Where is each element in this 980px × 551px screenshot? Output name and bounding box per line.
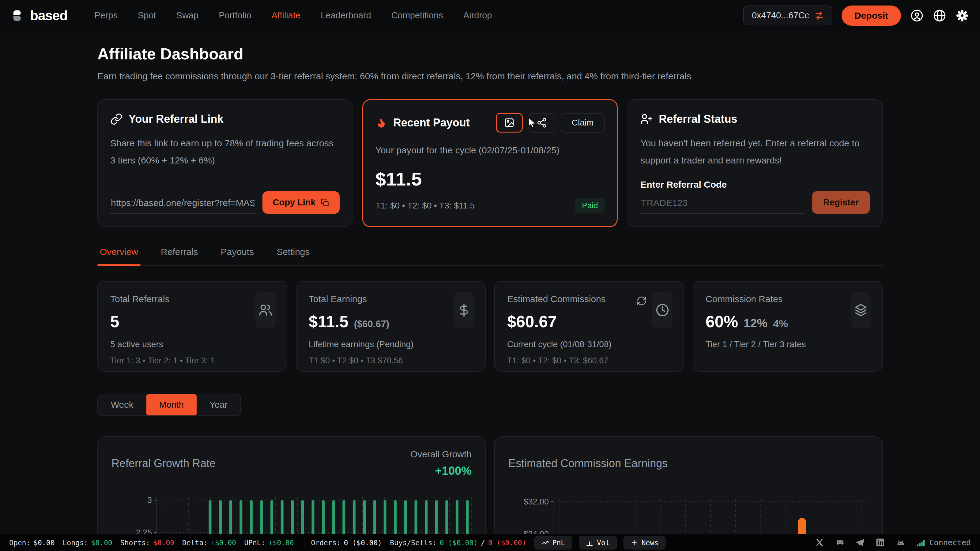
page-subtitle: Earn trading fee commissions through our… — [97, 71, 883, 81]
buys-value: 0 ($0.00) — [439, 539, 478, 547]
commission-chart-title: Estimated Commission Earnings — [508, 457, 869, 470]
recent-payout-title: Recent Payout — [393, 116, 470, 129]
recent-payout-card: Recent Payout — [362, 99, 618, 227]
based-logo-icon — [11, 9, 25, 23]
news-button-label: News — [641, 539, 659, 547]
nav-item-airdrop[interactable]: Airdrop — [463, 10, 492, 21]
total-earnings-label: Total Earnings — [309, 294, 473, 304]
copy-link-button[interactable]: Copy Link — [262, 191, 340, 214]
commission-rates-sub: Tier 1 / Tier 2 / Tier 3 rates — [706, 340, 870, 349]
link-icon — [110, 113, 123, 125]
tier2-rate: 12% — [744, 316, 767, 330]
toggle-year[interactable]: Year — [197, 394, 240, 415]
tab-referrals[interactable]: Referrals — [158, 245, 200, 265]
pnl-button-label: PnL — [552, 539, 565, 547]
referral-status-title: Referral Status — [659, 113, 737, 125]
tab-overview[interactable]: Overview — [97, 245, 140, 265]
switch-wallet-icon[interactable] — [815, 11, 824, 20]
telegram-icon[interactable] — [855, 538, 865, 548]
copy-icon — [321, 198, 329, 207]
payout-share-button[interactable] — [528, 113, 555, 133]
estimated-commissions-card: Estimated Commissions $60.67 Current cyc… — [494, 281, 684, 372]
open-label: Open: — [9, 539, 30, 547]
delta-value: +$0.00 — [211, 539, 236, 547]
referral-code-input[interactable] — [640, 195, 805, 214]
referral-link-description: Share this link to earn up to 78% of tra… — [110, 135, 340, 169]
vol-button[interactable]: Vol — [579, 536, 617, 549]
payout-tier-breakdown: T1: $0 • T2: $0 • T3: $11.5 — [375, 201, 475, 211]
copy-link-label: Copy Link — [273, 197, 316, 208]
page-title: Affiliate Dashboard — [97, 45, 883, 63]
payout-description: Your payout for the cycle (02/07/25-01/0… — [375, 142, 605, 159]
svg-text:3: 3 — [147, 495, 152, 505]
delta-label: Delta: — [182, 539, 208, 547]
toggle-month[interactable]: Month — [146, 394, 197, 415]
upnl-value: +$0.00 — [268, 539, 294, 547]
user-plus-icon — [640, 113, 652, 125]
linkedin-icon[interactable] — [875, 538, 885, 548]
svg-text:$32.00: $32.00 — [523, 497, 549, 506]
bar-chart-icon — [586, 539, 593, 546]
referral-link-input[interactable] — [110, 195, 255, 214]
nav-items: Perps Spot Swap Portfolio Affiliate Lead… — [94, 10, 492, 21]
top-nav: based Perps Spot Swap Portfolio Affiliat… — [0, 0, 980, 31]
wallet-address: 0x4740...67Cc — [752, 10, 809, 21]
flame-icon — [375, 117, 387, 129]
nav-item-perps[interactable]: Perps — [94, 10, 118, 21]
pnl-button[interactable]: PnL — [535, 536, 573, 549]
nav-item-leaderboard[interactable]: Leaderboard — [321, 10, 371, 21]
estimated-commissions-value: $60.67 — [507, 312, 557, 331]
total-earnings-sub: Lifetime earnings (Pending) — [309, 340, 473, 349]
total-earnings-tiers: T1 $0 • T2 $0 • T3 $70.56 — [309, 356, 473, 365]
tier1-rate: 60% — [706, 312, 738, 331]
buys-sells-label: Buys/Sells: — [390, 539, 436, 547]
claim-button[interactable]: Claim — [561, 113, 605, 133]
layers-icon — [851, 292, 871, 328]
connection-status: Connected — [916, 538, 971, 548]
signal-bars-icon — [916, 538, 926, 548]
status-divider — [304, 538, 304, 547]
language-globe-icon[interactable] — [933, 9, 946, 22]
period-toggle: Week Month Year — [97, 394, 241, 416]
tier3-rate: 4% — [773, 318, 788, 330]
register-button[interactable]: Register — [812, 191, 870, 214]
x-twitter-icon[interactable] — [815, 538, 825, 548]
wallet-address-pill[interactable]: 0x4740...67Cc — [743, 5, 832, 25]
nav-item-competitions[interactable]: Competitions — [391, 10, 443, 21]
discord-icon[interactable] — [835, 538, 845, 548]
total-referrals-card: Total Referrals 5 5 active users Tier 1:… — [97, 281, 287, 372]
trading-status-bar: Open:$0.00 Longs:$0.00 Shorts:$0.00 Delt… — [0, 534, 980, 551]
overall-growth-value: +100% — [410, 464, 472, 478]
referral-status-card: Referral Status You haven't been referre… — [627, 99, 883, 227]
dollar-icon — [454, 292, 474, 328]
nav-item-swap[interactable]: Swap — [177, 10, 199, 21]
refresh-icon[interactable] — [636, 296, 647, 306]
settings-gear-icon[interactable] — [956, 9, 969, 22]
connection-status-label: Connected — [929, 538, 971, 547]
shorts-value: $0.00 — [153, 539, 174, 547]
total-referrals-value: 5 — [110, 312, 119, 331]
total-referrals-tiers: Tier 1: 3 • Tier 2: 1 • Tier 3: 1 — [110, 356, 274, 365]
commission-rates-label: Commission Rates — [706, 294, 870, 304]
payout-image-button[interactable] — [496, 113, 523, 133]
estimated-commissions-sub: Current cycle (01/08-31/08) — [507, 340, 671, 349]
news-button[interactable]: News — [624, 536, 665, 549]
tab-payouts[interactable]: Payouts — [218, 245, 256, 265]
sells-value: 0 ($0.00) — [488, 539, 527, 547]
users-icon — [255, 292, 275, 328]
nav-item-affiliate[interactable]: Affiliate — [272, 10, 301, 21]
android-icon[interactable] — [896, 538, 905, 548]
commission-rates-card: Commission Rates 60% 12% 4% Tier 1 / Tie… — [693, 281, 883, 372]
nav-item-portfolio[interactable]: Portfolio — [219, 10, 251, 21]
account-icon[interactable] — [910, 9, 924, 22]
toggle-week[interactable]: Week — [98, 394, 146, 415]
buys-sells-separator: / — [481, 539, 485, 547]
nav-item-spot[interactable]: Spot — [138, 10, 156, 21]
tab-settings[interactable]: Settings — [274, 245, 312, 265]
overall-growth-label: Overall Growth — [410, 449, 472, 459]
upnl-label: UPnL: — [244, 539, 265, 547]
orders-label: Orders: — [311, 539, 341, 547]
based-logo[interactable]: based — [11, 8, 67, 23]
deposit-button[interactable]: Deposit — [842, 5, 901, 26]
open-value: $0.00 — [33, 539, 54, 547]
